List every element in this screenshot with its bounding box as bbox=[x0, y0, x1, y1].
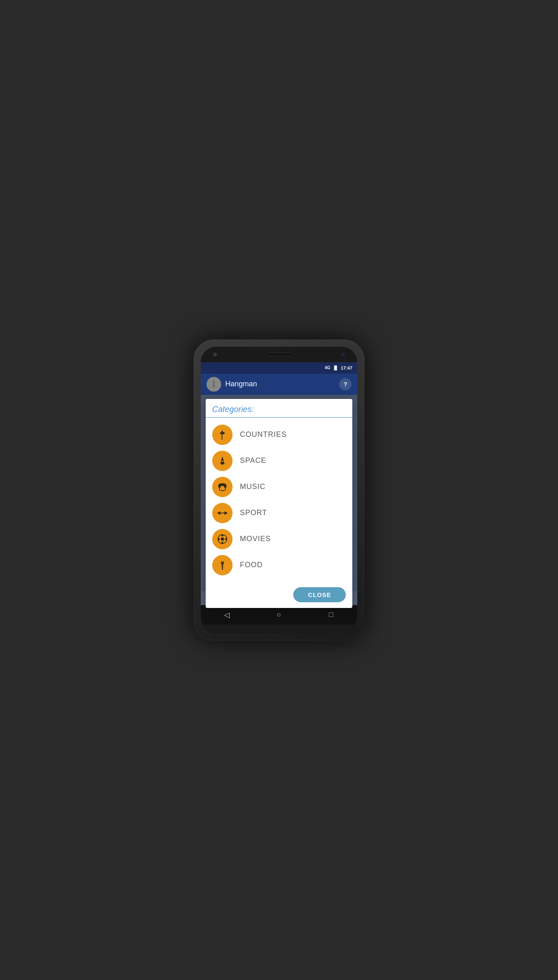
help-button[interactable]: ? bbox=[339, 378, 351, 390]
category-item-space[interactable]: SPACE bbox=[212, 448, 346, 474]
signal-indicator: 4G bbox=[325, 366, 330, 370]
svg-rect-0 bbox=[213, 381, 215, 386]
category-item-food[interactable]: FOOD bbox=[212, 552, 346, 578]
svg-rect-8 bbox=[219, 511, 220, 515]
category-item-countries[interactable]: COUNTRIES bbox=[212, 422, 346, 448]
sport-label: SPORT bbox=[240, 509, 267, 517]
svg-point-12 bbox=[222, 534, 224, 536]
svg-point-15 bbox=[225, 538, 227, 540]
countries-icon bbox=[212, 425, 233, 445]
space-label: SPACE bbox=[240, 456, 266, 465]
svg-rect-4 bbox=[225, 488, 226, 490]
back-button[interactable]: ◁ bbox=[219, 607, 235, 623]
space-icon bbox=[212, 451, 233, 471]
categories-dialog: Categories: COUNTRIES bbox=[206, 399, 352, 608]
category-item-music[interactable]: MUSIC bbox=[212, 474, 346, 500]
speaker-grille bbox=[267, 353, 292, 356]
sport-icon bbox=[212, 503, 233, 523]
dialog-body: COUNTRIES SPACE bbox=[206, 418, 352, 584]
category-item-movies[interactable]: MOVIES bbox=[212, 526, 346, 552]
svg-rect-3 bbox=[219, 488, 220, 490]
food-label: FOOD bbox=[240, 561, 263, 569]
home-button[interactable]: ○ bbox=[271, 607, 287, 623]
phone-screen: 4G ▐▌ 17:47 Hangman ? bbox=[201, 347, 357, 634]
status-bar: 4G ▐▌ 17:47 bbox=[201, 362, 357, 374]
volume-down-button bbox=[196, 399, 198, 417]
app-logo bbox=[207, 377, 221, 392]
sensor bbox=[342, 353, 345, 356]
battery-indicator: ▐▌ bbox=[333, 366, 338, 370]
screen: 4G ▐▌ 17:47 Hangman ? bbox=[201, 362, 357, 625]
svg-point-13 bbox=[222, 542, 224, 544]
navigation-bar: ◁ ○ □ bbox=[201, 605, 357, 625]
clock: 17:47 bbox=[341, 366, 352, 370]
dialog-header: Categories: bbox=[206, 399, 352, 418]
close-button[interactable]: CLOSE bbox=[293, 587, 346, 602]
main-content: Categories: COUNTRIES bbox=[201, 395, 357, 605]
svg-rect-7 bbox=[220, 513, 225, 513]
category-item-sport[interactable]: SPORT bbox=[212, 500, 346, 526]
countries-label: COUNTRIES bbox=[240, 430, 287, 439]
movies-icon bbox=[212, 529, 233, 549]
svg-rect-9 bbox=[224, 511, 226, 515]
volume-mute-button bbox=[196, 421, 198, 439]
music-label: MUSIC bbox=[240, 482, 266, 491]
front-camera bbox=[213, 352, 217, 357]
svg-point-14 bbox=[218, 538, 220, 540]
dialog-footer: CLOSE bbox=[206, 584, 352, 608]
music-icon bbox=[212, 477, 233, 497]
app-title: Hangman bbox=[225, 380, 339, 388]
phone-device: 4G ▐▌ 17:47 Hangman ? bbox=[193, 339, 365, 641]
power-button bbox=[360, 388, 362, 409]
recent-apps-button[interactable]: □ bbox=[323, 607, 339, 623]
svg-point-2 bbox=[220, 432, 225, 434]
volume-up-button bbox=[196, 380, 198, 392]
food-icon bbox=[212, 555, 233, 575]
svg-point-1 bbox=[213, 386, 215, 388]
dialog-title: Categories: bbox=[212, 405, 254, 414]
phone-bottom-hardware bbox=[201, 625, 357, 634]
movies-label: MOVIES bbox=[240, 535, 271, 543]
svg-point-11 bbox=[221, 537, 224, 541]
app-header: Hangman ? bbox=[201, 374, 357, 395]
phone-top-hardware bbox=[201, 347, 357, 362]
